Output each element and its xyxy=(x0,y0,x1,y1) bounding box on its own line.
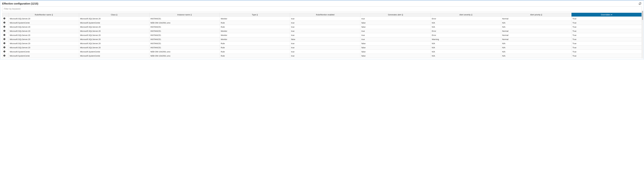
cell-overridden: True xyxy=(571,33,642,37)
expand-row-button[interactable] xyxy=(3,55,6,57)
expand-row-button[interactable] xyxy=(3,22,6,24)
expand-cell xyxy=(2,37,9,41)
cell-priority: Normal xyxy=(501,37,571,41)
sort-icon xyxy=(52,14,53,16)
scrollbar-thumb[interactable] xyxy=(642,11,643,20)
cell-generates: false xyxy=(360,25,431,29)
column-header-label: Generates alert xyxy=(388,14,401,16)
cell-severity: Warning xyxy=(431,37,501,41)
cell-severity: N/A xyxy=(431,54,501,58)
cell-generates: false xyxy=(360,50,431,54)
cell-severity: N/A xyxy=(431,25,501,29)
sort-icon xyxy=(471,14,472,16)
filter-bar xyxy=(0,6,644,13)
column-header-alert-priority[interactable]: Alert priority xyxy=(501,13,571,17)
svg-point-3 xyxy=(4,30,5,32)
table-row[interactable]: Microsoft.SQLServer.20Microsoft.SQLServe… xyxy=(2,17,642,21)
expand-row-button[interactable] xyxy=(3,18,6,20)
svg-point-5 xyxy=(4,38,5,40)
cell-generates: true xyxy=(360,29,431,33)
cell-name: Microsoft.SQLServer.20 xyxy=(9,25,79,29)
table-row[interactable]: Microsoft.SystemCenteMicrosoft.SystemCen… xyxy=(2,54,642,58)
cell-type: Rule xyxy=(220,25,290,29)
cell-overridden: True xyxy=(571,50,642,54)
cell-enabled: false xyxy=(290,37,360,41)
sort-icon xyxy=(190,14,192,16)
column-header-label: Class xyxy=(111,14,116,16)
chevron-right-circle-icon xyxy=(3,30,6,32)
column-header-label: Rule/Monitor enabled xyxy=(316,14,334,16)
cell-overridden: True xyxy=(571,46,642,50)
cell-generates: false xyxy=(360,41,431,46)
table-row[interactable]: Microsoft.SystemCenteMicrosoft.SystemCen… xyxy=(2,50,642,54)
cell-type: Monitor xyxy=(220,37,290,41)
refresh-button[interactable] xyxy=(638,2,642,6)
expand-row-button[interactable] xyxy=(3,42,6,44)
expand-cell xyxy=(2,29,9,33)
cell-name: Microsoft.SQLServer.20 xyxy=(9,46,79,50)
cell-instance: NEB-OM-1542591.smx xyxy=(150,21,220,25)
expand-row-button[interactable] xyxy=(3,26,6,28)
column-header-expand xyxy=(2,13,9,17)
cell-class: Microsoft.SQLServer.20 xyxy=(79,17,149,21)
expand-row-button[interactable] xyxy=(3,46,6,48)
cell-name: Microsoft.SQLServer.20 xyxy=(9,37,79,41)
cell-class: Microsoft.SQLServer.20 xyxy=(79,37,149,41)
filter-input[interactable] xyxy=(2,7,642,11)
column-header-alert-severity[interactable]: Alert severity xyxy=(431,13,501,17)
expand-row-button[interactable] xyxy=(3,51,6,53)
cell-priority: N/A xyxy=(501,46,571,50)
cell-severity: N/A xyxy=(431,46,501,50)
table-row[interactable]: Microsoft.SQLServer.20Microsoft.SQLServe… xyxy=(2,33,642,37)
cell-enabled: true xyxy=(290,29,360,33)
cell-enabled: true xyxy=(290,54,360,58)
vertical-scrollbar[interactable] xyxy=(642,11,643,59)
svg-point-7 xyxy=(4,47,5,48)
column-header-generates-alert[interactable]: Generates alert xyxy=(360,13,431,17)
panel-title: Effective configuration (1215) xyxy=(2,2,38,5)
cell-name: Microsoft.SQLServer.20 xyxy=(9,17,79,21)
expand-cell xyxy=(2,50,9,54)
column-header-rule-monitor-name[interactable]: Rule/Monitor name xyxy=(9,13,79,17)
cell-type: Rule xyxy=(220,21,290,25)
cell-instance: INSTANCE1 xyxy=(150,33,220,37)
column-header-rule-monitor-enabled: Rule/Monitor enabled xyxy=(290,13,360,17)
cell-enabled: true xyxy=(290,46,360,50)
column-header-overridden[interactable]: Overridden xyxy=(571,13,642,17)
expand-row-button[interactable] xyxy=(3,30,6,32)
table-row[interactable]: Microsoft.SQLServer.20Microsoft.SQLServe… xyxy=(2,25,642,29)
expand-cell xyxy=(2,46,9,50)
chevron-right-circle-icon xyxy=(3,51,6,53)
table-row[interactable]: Microsoft.SystemCenteMicrosoft.SystemCen… xyxy=(2,21,642,25)
table-row[interactable]: Microsoft.SQLServer.20Microsoft.SQLServe… xyxy=(2,41,642,46)
svg-point-8 xyxy=(4,51,5,52)
column-header-label: Rule/Monitor name xyxy=(35,14,51,16)
table-row[interactable]: Microsoft.SQLServer.20Microsoft.SQLServe… xyxy=(2,29,642,33)
cell-type: Monitor xyxy=(220,29,290,33)
cell-enabled: true xyxy=(290,17,360,21)
cell-enabled: true xyxy=(290,21,360,25)
column-header-type[interactable]: Type xyxy=(220,13,290,17)
cell-name: Microsoft.SystemCente xyxy=(9,50,79,54)
sort-icon xyxy=(256,14,258,16)
cell-generates: true xyxy=(360,17,431,21)
column-header-label: Alert severity xyxy=(460,14,471,16)
table-row[interactable]: Microsoft.SQLServer.20Microsoft.SQLServe… xyxy=(2,37,642,41)
sort-icon xyxy=(116,14,118,16)
expand-row-button[interactable] xyxy=(3,34,6,36)
cell-overridden: True xyxy=(571,25,642,29)
table-row[interactable]: Microsoft.SQLServer.20Microsoft.SQLServe… xyxy=(2,46,642,50)
cell-priority: Normal xyxy=(501,29,571,33)
expand-row-button[interactable] xyxy=(3,38,6,40)
cell-type: Rule xyxy=(220,50,290,54)
cell-instance: INSTANCE1 xyxy=(150,41,220,46)
column-header-instance-name[interactable]: Instance name xyxy=(150,13,220,17)
column-header-class[interactable]: Class xyxy=(79,13,149,17)
grid-container: Rule/Monitor nameClassInstance nameTypeR… xyxy=(2,13,642,58)
cell-severity: Error xyxy=(431,17,501,21)
chevron-right-circle-icon xyxy=(3,18,6,20)
cell-type: Rule xyxy=(220,54,290,58)
cell-overridden: True xyxy=(571,41,642,46)
chevron-right-circle-icon xyxy=(3,46,6,48)
svg-point-1 xyxy=(4,22,5,24)
